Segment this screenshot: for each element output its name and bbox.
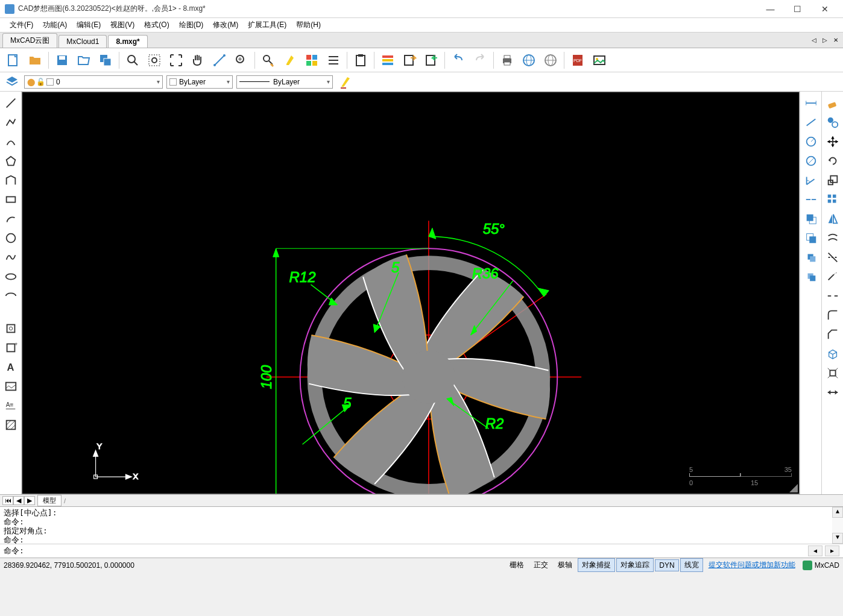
list-button[interactable] [324, 51, 343, 70]
chamfer-tool[interactable] [824, 325, 842, 344]
mtext-tool[interactable]: A≡ [2, 397, 20, 415]
scroll-track[interactable] [832, 518, 843, 533]
pdf-button[interactable]: PDF [568, 51, 587, 70]
open-folder-button[interactable] [74, 51, 93, 70]
save-button[interactable] [52, 51, 72, 70]
dim-linear-tool[interactable] [802, 94, 820, 112]
highlight-button[interactable] [280, 51, 300, 70]
dim-aligned-tool[interactable] [802, 113, 820, 131]
draw-edit-button[interactable] [336, 72, 356, 92]
print-button[interactable] [497, 51, 517, 70]
trim-tool[interactable] [824, 248, 842, 266]
cmd-next-icon[interactable]: ▶ [825, 545, 839, 556]
image-button[interactable] [590, 51, 609, 70]
menu-view[interactable]: 视图(V) [106, 19, 139, 31]
layout-next-icon[interactable]: ▶ [24, 496, 35, 505]
array-tool[interactable] [824, 190, 842, 209]
save-as-button[interactable] [96, 51, 115, 70]
find-button[interactable] [259, 51, 278, 70]
toggle-dyn[interactable]: DYN [655, 559, 678, 571]
rainbow-button[interactable] [378, 51, 397, 70]
drawing-canvas[interactable]: 100 32 55° R36 R12 [22, 92, 800, 494]
polyline-tool[interactable] [2, 113, 20, 131]
copy-tool[interactable] [824, 113, 842, 131]
pan-button[interactable] [188, 51, 207, 70]
tab-8mxg[interactable]: 8.mxg* [108, 35, 147, 48]
menu-ext[interactable]: 扩展工具(E) [243, 19, 291, 31]
minimize-button[interactable]: — [757, 0, 784, 18]
layers-icon[interactable] [4, 74, 21, 90]
palette-button[interactable] [302, 51, 321, 70]
zoom-extents-button[interactable] [123, 51, 142, 70]
send-back-tool[interactable] [802, 229, 820, 247]
circle-tool[interactable] [2, 229, 20, 247]
dim-radius-tool[interactable] [802, 133, 820, 151]
tab-mxcad-cloud[interactable]: MxCAD云图 [2, 33, 57, 48]
open-button[interactable] [25, 51, 45, 70]
break-tool[interactable] [824, 287, 842, 305]
command-input[interactable] [27, 547, 808, 556]
import-button[interactable] [422, 51, 441, 70]
tab-mxcloud1[interactable]: MxCloud1 [58, 35, 107, 48]
menu-help[interactable]: 帮助(H) [291, 19, 326, 31]
image-insert-tool[interactable] [2, 377, 20, 395]
line-tool[interactable] [2, 94, 20, 112]
menu-edit[interactable]: 编辑(E) [72, 19, 106, 31]
menu-modify[interactable]: 修改(M) [208, 19, 243, 31]
spline-tool[interactable] [2, 248, 20, 266]
toggle-ortho[interactable]: 正交 [529, 558, 552, 572]
zoom-realtime-button[interactable] [232, 51, 251, 70]
toggle-polar[interactable]: 极轴 [554, 558, 576, 572]
tab-prev-icon[interactable]: ◁ [809, 35, 819, 45]
explode-tool[interactable] [824, 364, 842, 382]
zoom-all-button[interactable] [166, 51, 186, 70]
toggle-grid[interactable]: 栅格 [505, 558, 528, 572]
globe-button[interactable] [519, 51, 538, 70]
polygon-tool[interactable] [2, 152, 20, 170]
text-tool[interactable]: A [2, 358, 20, 376]
erase-tool[interactable] [824, 94, 842, 112]
redo-button[interactable] [470, 51, 490, 70]
measure-button[interactable] [210, 51, 229, 70]
canvas-resize-handle[interactable] [789, 484, 798, 492]
offset-tool[interactable] [824, 229, 842, 247]
toggle-lwt[interactable]: 线宽 [680, 558, 703, 572]
layer-dropdown[interactable]: ⬤ 🔓 0 ▾ [24, 75, 163, 89]
layout-first-icon[interactable]: ⏮ [2, 496, 13, 505]
maximize-button[interactable]: ☐ [784, 0, 811, 18]
menu-function[interactable]: 功能(A) [38, 19, 72, 31]
export-button[interactable] [400, 51, 419, 70]
linetype-dropdown[interactable]: ByLayer ▾ [236, 75, 333, 89]
menu-file[interactable]: 文件(F) [5, 19, 38, 31]
scale-tool[interactable] [824, 171, 842, 189]
toggle-osnap[interactable]: 对象捕捉 [578, 558, 615, 572]
menu-draw[interactable]: 绘图(D) [174, 19, 209, 31]
arc-tool[interactable] [2, 133, 20, 151]
globe2-button[interactable] [541, 51, 560, 70]
pentagon-tool[interactable] [2, 171, 20, 189]
tab-close-icon[interactable]: ✕ [831, 35, 841, 45]
3dbox-tool[interactable] [824, 345, 842, 363]
extend-tool[interactable] [824, 268, 842, 286]
undo-button[interactable] [449, 51, 468, 70]
rectangle-tool[interactable] [2, 190, 20, 209]
bring-above-tool[interactable] [802, 248, 820, 266]
scroll-up-icon[interactable]: ▲ [832, 507, 843, 518]
color-dropdown[interactable]: ByLayer ▾ [166, 75, 233, 89]
command-scrollbar[interactable]: ▲ ▼ [832, 507, 843, 544]
stretch-tool[interactable] [824, 383, 842, 401]
tab-model[interactable]: 模型 [37, 495, 62, 506]
insert-tool[interactable]: + [2, 339, 20, 357]
ellipse-tool[interactable] [2, 268, 20, 286]
cmd-prev-icon[interactable]: ◀ [808, 545, 822, 556]
hatch-tool[interactable] [2, 416, 20, 434]
close-button[interactable]: ✕ [811, 0, 838, 18]
arc3p-tool[interactable] [2, 210, 20, 228]
move-tool[interactable] [824, 133, 842, 151]
zoom-window-button[interactable] [145, 51, 164, 70]
toggle-otrack[interactable]: 对象追踪 [616, 558, 654, 572]
clipboard-button[interactable] [351, 51, 370, 70]
bring-front-tool[interactable] [802, 210, 820, 228]
menu-format[interactable]: 格式(O) [139, 19, 174, 31]
scroll-down-icon[interactable]: ▼ [832, 533, 843, 544]
